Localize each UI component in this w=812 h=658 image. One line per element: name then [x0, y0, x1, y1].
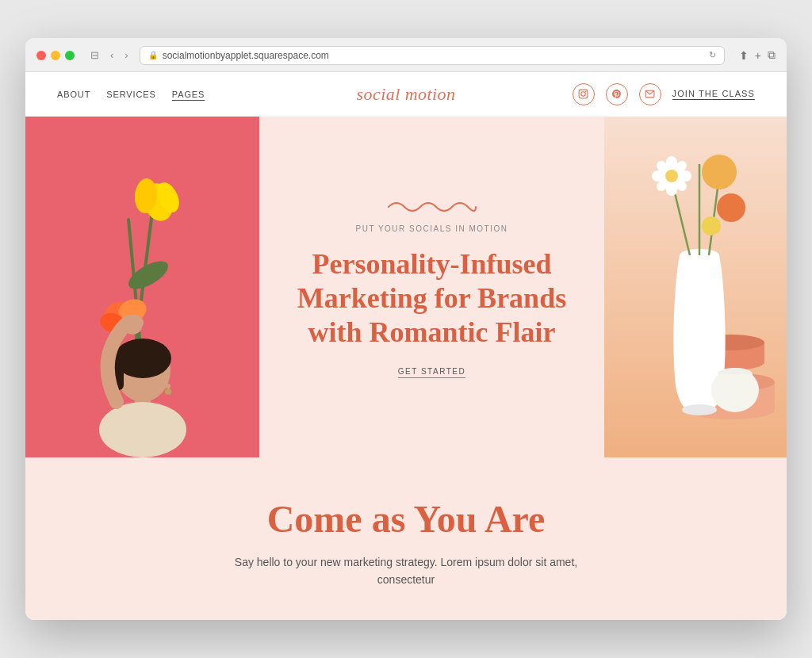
hero-subtitle: PUT YOUR SOCIALS IN MOTION [356, 224, 508, 233]
maximize-dot[interactable] [65, 51, 75, 60]
svg-point-1 [581, 92, 585, 96]
share-button[interactable]: ⬆ [739, 49, 749, 62]
svg-point-30 [682, 404, 717, 415]
tabs-button[interactable]: ⧉ [768, 48, 776, 62]
svg-rect-0 [579, 90, 588, 98]
sidebar-toggle[interactable]: ⊟ [87, 48, 102, 63]
svg-point-46 [702, 216, 721, 235]
hero-right-image [604, 117, 787, 457]
lock-icon: 🔒 [148, 51, 158, 59]
get-started-button[interactable]: GET STARTED [398, 367, 465, 378]
svg-point-43 [677, 182, 687, 191]
below-hero-section: Come as You Are Say hello to your new ma… [25, 457, 787, 621]
nav-about[interactable]: ABOUT [57, 90, 90, 99]
pinterest-icon[interactable] [606, 83, 628, 105]
vases-svg [604, 117, 787, 457]
wavy-decoration [385, 195, 480, 215]
address-bar[interactable]: 🔒 socialmotionbyapplet.squarespace.com ↻ [140, 46, 725, 65]
hero-center-content: PUT YOUR SOCIALS IN MOTION Personality-I… [259, 117, 604, 457]
svg-point-36 [652, 170, 663, 182]
new-tab-button[interactable]: + [755, 49, 761, 62]
svg-point-37 [680, 170, 691, 182]
hero-section: PUT YOUR SOCIALS IN MOTION Personality-I… [25, 117, 787, 457]
vases-photo [604, 117, 787, 457]
section-title: Come as You Are [57, 497, 755, 541]
site-nav: ABOUT SERVICES PAGES social motion [25, 72, 787, 117]
reload-icon[interactable]: ↻ [709, 50, 716, 60]
svg-point-2 [585, 91, 587, 93]
svg-point-41 [677, 161, 687, 170]
svg-point-45 [717, 193, 745, 222]
back-button[interactable]: ‹ [107, 48, 117, 63]
svg-point-44 [702, 155, 737, 189]
svg-point-40 [657, 161, 666, 170]
section-text: Say hello to your new marketing strategy… [208, 553, 604, 589]
svg-point-20 [166, 384, 170, 388]
svg-point-35 [665, 170, 678, 182]
svg-point-19 [123, 319, 142, 335]
nav-services[interactable]: SERVICES [106, 90, 155, 99]
join-cta-button[interactable]: JOIN THE CLASS [672, 89, 755, 100]
instagram-icon[interactable] [573, 83, 595, 105]
svg-point-21 [165, 388, 171, 395]
url-text: socialmotionbyapplet.squarespace.com [163, 50, 329, 61]
browser-nav-controls: ⊟ ‹ › [87, 48, 132, 63]
website-content: ABOUT SERVICES PAGES social motion [25, 72, 787, 621]
traffic-lights [36, 51, 75, 60]
nav-right: JOIN THE CLASS [573, 83, 755, 105]
svg-rect-49 [718, 374, 753, 390]
forward-button[interactable]: › [121, 48, 131, 63]
svg-point-18 [99, 402, 186, 457]
browser-window: ⊟ ‹ › 🔒 socialmotionbyapplet.squarespace… [25, 38, 787, 621]
svg-point-38 [666, 156, 677, 167]
site-logo[interactable]: social motion [357, 84, 456, 105]
nav-left: ABOUT SERVICES PAGES [57, 90, 205, 99]
svg-point-42 [657, 182, 666, 191]
hero-left-image [25, 117, 259, 457]
browser-action-buttons: ⬆ + ⧉ [739, 48, 776, 62]
close-dot[interactable] [36, 51, 46, 60]
hero-headline: Personality-Infused Marketing for Brands… [283, 247, 580, 350]
nav-pages[interactable]: PAGES [172, 90, 205, 99]
email-icon[interactable] [639, 83, 661, 105]
woman-flowers-svg [25, 117, 259, 457]
svg-point-39 [666, 185, 677, 196]
browser-chrome: ⊟ ‹ › 🔒 socialmotionbyapplet.squarespace… [25, 38, 787, 72]
woman-flowers-photo [25, 117, 259, 457]
minimize-dot[interactable] [51, 51, 60, 60]
